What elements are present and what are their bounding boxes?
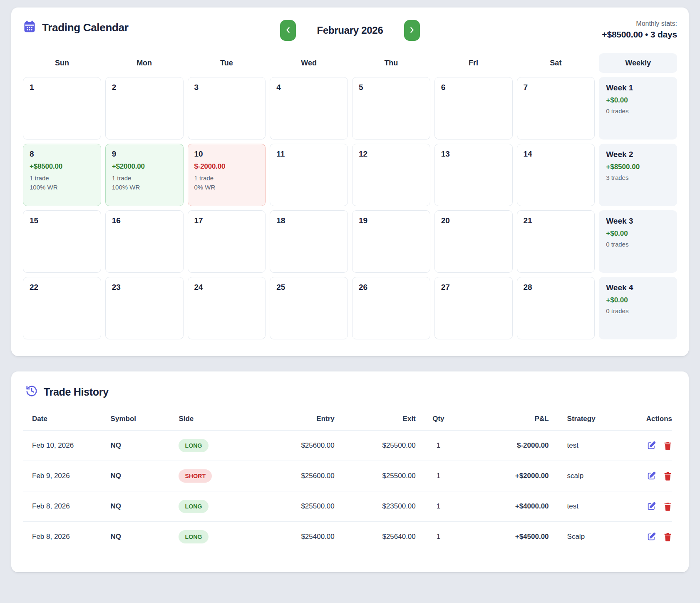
table-header-row: DateSymbolSideEntryExitQtyP&LStrategyAct…	[23, 409, 672, 431]
day-cell-13[interactable]: 13	[434, 144, 513, 206]
day-trade-count: 1 trade	[30, 174, 94, 183]
chevron-left-icon	[285, 26, 291, 35]
column-header-side: Side	[179, 409, 263, 431]
day-cell-2[interactable]: 2	[105, 77, 184, 140]
trade-side: SHORT	[179, 461, 263, 491]
delete-trade-button[interactable]	[663, 532, 672, 542]
day-cell-4[interactable]: 4	[270, 77, 348, 140]
side-badge: LONG	[179, 439, 208, 452]
day-number: 14	[524, 150, 588, 159]
day-cell-15[interactable]: 15	[23, 210, 101, 273]
trade-actions	[617, 461, 672, 491]
month-label: February 2026	[304, 25, 396, 36]
trade-side: LONG	[179, 431, 263, 461]
day-number: 15	[30, 216, 94, 225]
day-cell-24[interactable]: 24	[188, 277, 266, 339]
trade-row: Feb 8, 2026NQLONG$25400.00$25640.001+$45…	[23, 522, 672, 552]
day-of-week-header-row: SunMonTueWedThuFriSatWeekly	[23, 53, 677, 73]
day-cell-21[interactable]: 21	[517, 210, 595, 273]
delete-trade-button[interactable]	[663, 502, 672, 511]
week-trade-count: 3 trades	[606, 174, 670, 181]
trade-date: Feb 8, 2026	[23, 491, 111, 522]
day-cell-18[interactable]: 18	[270, 210, 348, 273]
day-cell-9[interactable]: 9+$2000.001 trade100% WR	[105, 144, 184, 206]
day-pnl: +$2000.00	[112, 162, 177, 171]
column-header-entry: Entry	[263, 409, 335, 431]
edit-trade-button[interactable]	[647, 471, 656, 481]
edit-icon	[647, 536, 656, 543]
day-cell-27[interactable]: 27	[434, 277, 513, 339]
prev-month-button[interactable]	[280, 20, 296, 41]
week-summary-3: Week 3+$0.000 trades	[599, 210, 677, 273]
trash-icon	[663, 537, 672, 543]
trade-pnl: +$2000.00	[461, 461, 549, 491]
day-number: 22	[30, 283, 94, 292]
trash-icon	[663, 476, 672, 482]
trade-strategy: test	[549, 491, 617, 522]
trade-entry: $25600.00	[263, 431, 335, 461]
day-number: 17	[194, 216, 259, 225]
chevron-right-icon	[409, 26, 415, 35]
trade-symbol: NQ	[111, 461, 179, 491]
day-number: 5	[359, 83, 424, 92]
trade-history-table: DateSymbolSideEntryExitQtyP&LStrategyAct…	[23, 409, 672, 552]
day-cell-20[interactable]: 20	[434, 210, 513, 273]
trade-pnl: +$4000.00	[461, 491, 549, 522]
next-month-button[interactable]	[404, 20, 420, 41]
page: Trading Calendar February 2026	[0, 0, 700, 585]
day-cell-25[interactable]: 25	[270, 277, 348, 339]
day-cell-22[interactable]: 22	[23, 277, 101, 339]
edit-trade-button[interactable]	[647, 502, 656, 511]
trade-strategy: scalp	[549, 461, 617, 491]
edit-icon	[647, 506, 656, 512]
side-badge: SHORT	[179, 469, 212, 483]
side-badge: LONG	[179, 500, 208, 513]
day-number: 27	[441, 283, 506, 292]
month-nav: February 2026	[280, 20, 420, 41]
day-winrate: 0% WR	[194, 183, 259, 192]
trade-symbol: NQ	[111, 522, 179, 552]
trade-qty: 1	[416, 522, 461, 552]
week-summary-4: Week 4+$0.000 trades	[599, 277, 677, 339]
day-cell-3[interactable]: 3	[188, 77, 266, 140]
edit-trade-button[interactable]	[647, 441, 656, 450]
day-cell-12[interactable]: 12	[352, 144, 430, 206]
trade-qty: 1	[416, 491, 461, 522]
edit-trade-button[interactable]	[647, 532, 656, 541]
column-header-strategy: Strategy	[549, 409, 617, 431]
day-cell-23[interactable]: 23	[105, 277, 184, 339]
trade-symbol: NQ	[111, 431, 179, 461]
trade-date: Feb 8, 2026	[23, 522, 111, 552]
delete-trade-button[interactable]	[663, 441, 672, 451]
day-cell-6[interactable]: 6	[434, 77, 513, 140]
day-cell-26[interactable]: 26	[352, 277, 430, 339]
day-number: 11	[276, 150, 341, 159]
week-label: Week 2	[606, 150, 670, 159]
day-cell-19[interactable]: 19	[352, 210, 430, 273]
day-cell-10[interactable]: 10$-2000.001 trade0% WR	[188, 144, 266, 206]
week-label: Week 1	[606, 83, 670, 92]
trade-entry: $25400.00	[263, 522, 335, 552]
trade-entry: $25600.00	[263, 461, 335, 491]
day-of-week-header-sun: Sun	[23, 53, 101, 73]
trade-side: LONG	[179, 522, 263, 552]
day-cell-28[interactable]: 28	[517, 277, 595, 339]
day-cell-7[interactable]: 7	[517, 77, 595, 140]
day-cell-11[interactable]: 11	[270, 144, 348, 206]
trash-icon	[663, 506, 672, 513]
day-cell-8[interactable]: 8+$8500.001 trade100% WR	[23, 144, 101, 206]
day-pnl: +$8500.00	[30, 162, 94, 171]
trade-date: Feb 9, 2026	[23, 461, 111, 491]
day-number: 13	[441, 150, 506, 159]
day-cell-17[interactable]: 17	[188, 210, 266, 273]
day-cell-16[interactable]: 16	[105, 210, 184, 273]
column-header-exit: Exit	[335, 409, 416, 431]
day-cell-5[interactable]: 5	[352, 77, 430, 140]
day-cell-1[interactable]: 1	[23, 77, 101, 140]
day-cell-14[interactable]: 14	[517, 144, 595, 206]
delete-trade-button[interactable]	[663, 471, 672, 481]
edit-icon	[647, 476, 656, 482]
day-number: 1	[30, 83, 94, 92]
week-pnl: +$0.00	[606, 229, 670, 238]
history-icon	[25, 385, 38, 399]
